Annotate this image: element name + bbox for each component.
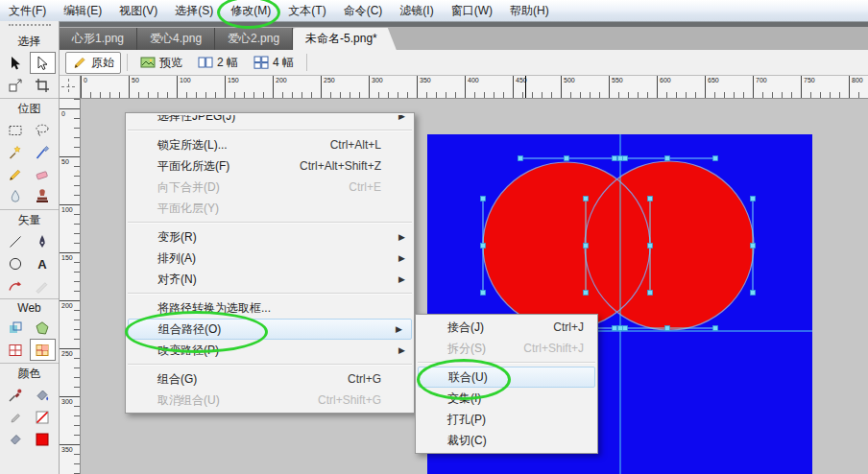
selection-handle[interactable]: [584, 291, 589, 296]
menu-item[interactable]: 组合路径(O)▶: [128, 319, 412, 340]
fill-color-well[interactable]: [30, 428, 56, 450]
menu-separator: [128, 293, 412, 295]
lasso-tool[interactable]: [30, 119, 56, 141]
menu-item[interactable]: 对齐(N)▶: [126, 269, 414, 290]
menu-item[interactable]: 选择性JPEG(J)▶: [126, 115, 414, 127]
paint-bucket-tool-icon: [35, 388, 50, 403]
selection-handle[interactable]: [665, 156, 670, 161]
line-tool[interactable]: [3, 230, 29, 252]
selection-handle[interactable]: [648, 244, 653, 249]
document-tab[interactable]: 爱心4.png: [137, 28, 215, 50]
menubar-item[interactable]: 文件(F): [0, 0, 55, 21]
menu-item-shortcut: Ctrl+Shift+J: [523, 338, 597, 359]
selection-handle[interactable]: [481, 244, 486, 249]
tool-grid: A: [0, 230, 59, 296]
ruler-origin-corner[interactable]: [60, 76, 81, 99]
menu-item[interactable]: 排列(A)▶: [126, 248, 414, 269]
view-mode-label: 原始: [91, 55, 114, 71]
view-mode-button[interactable]: 原始: [65, 52, 121, 74]
menu-item[interactable]: 打孔(P): [416, 409, 597, 430]
menu-item[interactable]: 联合(U): [418, 367, 595, 388]
menubar-item[interactable]: 视图(V): [110, 0, 166, 21]
slice-tool-icon: [8, 343, 23, 358]
red-circle[interactable]: [585, 161, 754, 330]
brush-tool[interactable]: [30, 141, 56, 163]
menubar-item[interactable]: 滤镜(I): [391, 0, 442, 21]
crop-tool[interactable]: [30, 74, 56, 96]
menu-item[interactable]: 组合(G)Ctrl+G: [126, 368, 414, 390]
menubar-item[interactable]: 编辑(E): [55, 0, 110, 21]
eraser-tool[interactable]: [30, 163, 56, 185]
menu-item[interactable]: 锁定所选(L)...Ctrl+Alt+L: [126, 134, 414, 155]
selection-handle[interactable]: [751, 244, 756, 249]
ruler-tick-label: 0: [61, 110, 65, 117]
eyedropper-tool[interactable]: [3, 384, 29, 406]
stroke-color-well[interactable]: [30, 406, 56, 428]
menubar-item[interactable]: 文本(T): [279, 0, 334, 21]
subselect-tool[interactable]: [30, 52, 56, 74]
selection-handle[interactable]: [618, 326, 623, 331]
text-tool[interactable]: A: [30, 252, 56, 274]
menubar-item[interactable]: 命令(C): [335, 0, 392, 21]
selection-handle[interactable]: [618, 156, 623, 161]
marquee-tool[interactable]: [3, 119, 29, 141]
selection-handle[interactable]: [713, 156, 718, 161]
menu-item[interactable]: 将路径转换为选取框...: [126, 297, 414, 319]
menubar-item[interactable]: 修改(M): [222, 0, 279, 21]
ellipse-tool[interactable]: [3, 252, 29, 274]
selection-handle[interactable]: [751, 197, 756, 201]
paint-bucket-tool[interactable]: [30, 384, 56, 406]
selection-handle[interactable]: [751, 291, 756, 296]
menubar-item[interactable]: 窗口(W): [443, 0, 501, 21]
selection-handle[interactable]: [623, 156, 628, 161]
document-tab[interactable]: 心形1.png: [60, 28, 137, 50]
selection-handle[interactable]: [665, 326, 670, 331]
selection-handle[interactable]: [584, 197, 589, 201]
selection-handle[interactable]: [648, 197, 653, 201]
tool-section: 位图: [0, 98, 59, 207]
pointer-tool[interactable]: [3, 52, 29, 74]
view-mode-button[interactable]: 4 幅: [247, 52, 301, 74]
rect-hotspot-tool[interactable]: [3, 317, 29, 339]
vertical-ruler[interactable]: 050100150200250300350: [60, 99, 81, 474]
stroke-color-pencil[interactable]: [3, 406, 29, 428]
document-tab[interactable]: 未命名-5.png*: [293, 28, 397, 50]
freeform-tool[interactable]: [3, 274, 29, 296]
selection-handle[interactable]: [481, 291, 486, 296]
selection-handle[interactable]: [623, 326, 628, 331]
fill-color-bucket[interactable]: [3, 428, 29, 450]
pen-tool[interactable]: [30, 230, 56, 252]
pencil-tool[interactable]: [3, 163, 29, 185]
polygon-hotspot-tool[interactable]: [30, 317, 56, 339]
scale-tool[interactable]: [3, 74, 29, 96]
selection-handle[interactable]: [613, 326, 617, 331]
show-slice-tool[interactable]: [30, 339, 56, 361]
selection-handle[interactable]: [713, 326, 718, 331]
menubar-item-label: 修改(M): [230, 4, 271, 17]
horizontal-ruler[interactable]: 0501001502002503003504004505005506006507…: [81, 76, 868, 99]
menu-item[interactable]: 改变路径(P)▶: [126, 340, 414, 361]
selection-handle[interactable]: [584, 244, 589, 249]
slice-tool[interactable]: [3, 339, 29, 361]
rubber-stamp-tool[interactable]: [30, 185, 56, 207]
menubar-item[interactable]: 帮助(H): [501, 0, 558, 21]
selection-handle[interactable]: [613, 156, 617, 161]
menu-item[interactable]: 变形(R)▶: [126, 226, 414, 248]
view-mode-button[interactable]: 2 幅: [191, 52, 245, 74]
menu-item[interactable]: 裁切(C): [416, 430, 597, 451]
pencil-tool-icon: [8, 167, 23, 182]
view-mode-button[interactable]: 预览: [133, 52, 189, 74]
selection-handle[interactable]: [565, 156, 569, 161]
menubar-item[interactable]: 选择(S): [166, 0, 222, 21]
document-tab[interactable]: 爱心2.png: [215, 28, 293, 50]
menu-item[interactable]: 交集(I): [416, 388, 597, 409]
magic-wand-tool[interactable]: [3, 141, 29, 163]
menu-item[interactable]: 平面化所选(F)Ctrl+Alt+Shift+Z: [126, 155, 414, 177]
blur-tool[interactable]: [3, 185, 29, 207]
selection-handle[interactable]: [648, 291, 653, 296]
selection-handle[interactable]: [481, 197, 486, 201]
panel-grip[interactable]: [9, 24, 51, 31]
menu-item[interactable]: 接合(J)Ctrl+J: [416, 317, 597, 338]
selection-handle[interactable]: [518, 156, 523, 161]
ruler-major-tick: [465, 76, 466, 98]
